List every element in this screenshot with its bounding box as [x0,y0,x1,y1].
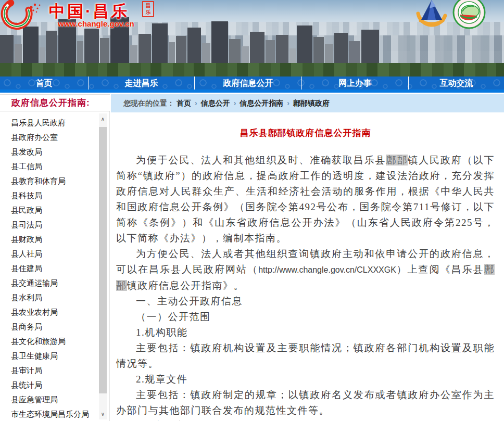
nav-item-4[interactable]: 网上办事 [302,76,409,90]
sidebar-item[interactable]: 县卫生健康局 [0,349,109,363]
nav-item-5[interactable]: 互动交流 [409,76,504,90]
sidebar-title: 政府信息公开指南: [0,94,110,111]
highlighted-term: 鄌郚 [386,155,408,165]
sidebar-item[interactable]: 县财政局 [0,232,109,247]
breadcrumb: 您现在的位置： 首页›信息公开›信息公开指南›鄌郚镇政府 [111,94,504,112]
sapphire-badge-icon [415,0,448,30]
sidebar-item[interactable]: 县发改局 [0,145,109,159]
sidebar-item[interactable]: 县司法局 [0,218,109,232]
breadcrumb-link[interactable]: 信息公开指南 [240,99,283,107]
site-banner: 中国·昌乐 昌乐 www.changle.gov.cn [0,0,504,76]
scroll-up-icon[interactable]: ∧ [99,113,107,124]
nav-item-2[interactable]: 走进昌乐 [89,76,195,90]
sidebar: 政府信息公开指南: 昌乐县人民政府县政府办公室县发改局县工信局县教育和体育局县科… [0,94,111,421]
sidebar-list: 昌乐县人民政府县政府办公室县发改局县工信局县教育和体育局县科技局县民政局县司法局… [0,111,109,421]
sidebar-item[interactable]: 县民政局 [0,203,109,218]
sidebar-item[interactable]: 县科技局 [0,188,109,203]
sidebar-item[interactable]: 县人社局 [0,247,109,261]
sidebar-item[interactable]: 县统计局 [0,378,109,392]
watermelon-badge-icon [451,0,487,31]
body-paragraph: 主要包括：镇政府制定的规章；以镇政府名义发布或者镇政府办公室作为主办部门与其他部… [116,387,495,418]
body-paragraph: 为便于公民、法人和其他组织及时、准确获取昌乐县鄌郚镇人民政府（以下简称“镇政府”… [116,152,495,246]
sidebar-item[interactable]: 县政府办公室 [0,130,109,145]
sidebar-item[interactable]: 县应急管理局 [0,392,109,407]
breadcrumb-separator: › [287,99,289,107]
sidebar-item[interactable]: 县农业农村局 [0,305,109,320]
body-paragraph: 为方便公民、法人或者其他组织查询镇政府主动和依申请公开的政府信息，可以在昌乐县人… [116,246,495,294]
main-nav: 首页走进昌乐政府信息公开网上办事互动交流 [0,76,504,93]
sidebar-item[interactable]: 县住建局 [0,261,109,276]
body-paragraph: 主要包括：镇政府机构设置及主要职能情况；镇政府各部门机构设置及职能情况等。 [116,340,495,372]
sidebar-item[interactable]: 昌乐县人民政府 [0,116,109,130]
breadcrumb-link[interactable]: 信息公开 [201,99,230,107]
content-row: 政府信息公开指南: 昌乐县人民政府县政府办公室县发改局县工信局县教育和体育局县科… [0,93,504,421]
article: 昌乐县鄌郚镇政府信息公开指南 为便于公民、法人和其他组织及时、准确获取昌乐县鄌郚… [111,112,504,421]
body-paragraph: 2.规章文件 [116,372,495,387]
scrollbar-thumb[interactable] [99,127,107,393]
sidebar-listwrap: 昌乐县人民政府县政府办公室县发改局县工信局县教育和体育局县科技局县民政局县司法局… [0,111,110,421]
breadcrumb-link[interactable]: 首页 [177,99,191,107]
nav-item-3[interactable]: 政府信息公开 [195,76,302,90]
body-paragraph: 一、主动公开政府信息 [116,294,495,309]
inline-url: http://www.changle.gov.cn/CLXXXGK [258,265,396,274]
page: 中国·昌乐 昌乐 www.changle.gov.cn 首页走进昌乐政府信息公开… [0,0,504,421]
sidebar-item[interactable]: 县交通运输局 [0,276,109,290]
breadcrumb-label: 您现在的位置： [123,99,174,108]
scroll-down-icon[interactable]: ∨ [99,409,107,419]
sidebar-item[interactable]: 县商务局 [0,320,109,334]
breadcrumb-separator: › [234,99,236,107]
page-title: 昌乐县鄌郚镇政府信息公开指南 [116,127,495,139]
article-body: 为便于公民、法人和其他组织及时、准确获取昌乐县鄌郚镇人民政府（以下简称“镇政府”… [116,152,495,421]
breadcrumb-links: 首页›信息公开›信息公开指南›鄌郚镇政府 [174,99,332,108]
tree-band [0,63,504,76]
body-paragraph: 1.机构职能 [116,325,495,340]
breadcrumb-separator: › [195,99,197,107]
body-paragraph: 3.规划计划 [116,418,495,421]
sidebar-item[interactable]: 县审计局 [0,363,109,378]
site-url: www.changle.gov.cn [58,19,134,28]
sidebar-scrollbar[interactable]: ∧ ∨ [99,113,107,419]
body-paragraph: （一）公开范围 [116,309,495,325]
breadcrumb-link[interactable]: 鄌郚镇政府 [293,99,330,107]
sidebar-item[interactable]: 县工信局 [0,159,109,174]
sidebar-item[interactable]: 县教育和体育局 [0,174,109,188]
sidebar-item[interactable]: 县文化和旅游局 [0,334,109,349]
sidebar-item[interactable]: 县水利局 [0,290,109,305]
site-seal: 昌乐 [142,1,154,17]
nav-item-1[interactable]: 首页 [0,76,89,90]
changle-logo-icon [0,0,45,31]
main-area: 您现在的位置： 首页›信息公开›信息公开指南›鄌郚镇政府 昌乐县鄌郚镇政府信息公… [111,94,504,421]
sidebar-item[interactable]: 市生态环境局昌乐分局 [0,407,109,421]
